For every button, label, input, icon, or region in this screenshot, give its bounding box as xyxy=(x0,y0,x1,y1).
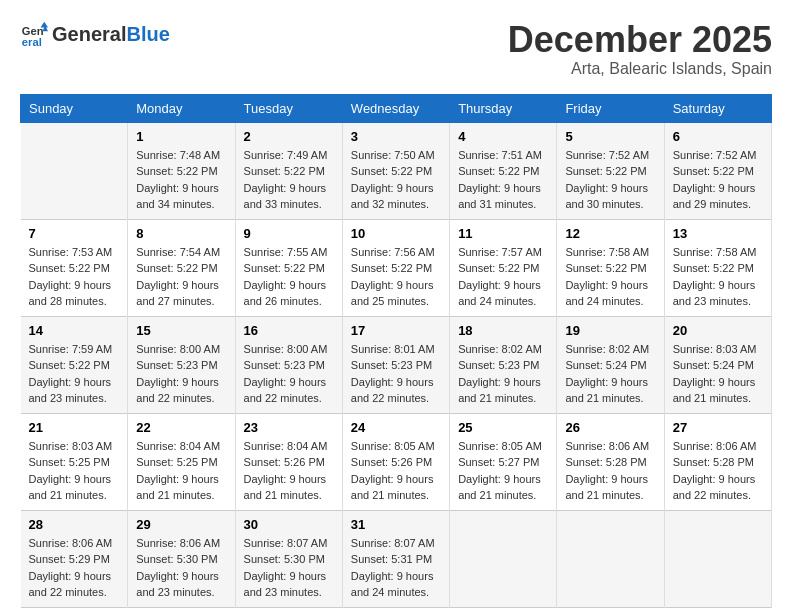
day-number: 18 xyxy=(458,323,548,338)
calendar-cell xyxy=(21,122,128,219)
calendar-cell: 6Sunrise: 7:52 AMSunset: 5:22 PMDaylight… xyxy=(664,122,771,219)
day-info: Sunrise: 7:54 AMSunset: 5:22 PMDaylight:… xyxy=(136,246,220,308)
calendar-cell xyxy=(664,510,771,607)
day-info: Sunrise: 8:06 AMSunset: 5:28 PMDaylight:… xyxy=(673,440,757,502)
calendar-cell: 30Sunrise: 8:07 AMSunset: 5:30 PMDayligh… xyxy=(235,510,342,607)
title-area: December 2025 Arta, Balearic Islands, Sp… xyxy=(508,20,772,78)
col-tuesday: Tuesday xyxy=(235,94,342,122)
col-thursday: Thursday xyxy=(450,94,557,122)
day-number: 17 xyxy=(351,323,441,338)
calendar-cell: 15Sunrise: 8:00 AMSunset: 5:23 PMDayligh… xyxy=(128,316,235,413)
day-number: 31 xyxy=(351,517,441,532)
day-number: 28 xyxy=(29,517,120,532)
calendar-cell: 4Sunrise: 7:51 AMSunset: 5:22 PMDaylight… xyxy=(450,122,557,219)
col-friday: Friday xyxy=(557,94,664,122)
calendar-cell: 1Sunrise: 7:48 AMSunset: 5:22 PMDaylight… xyxy=(128,122,235,219)
calendar-header: Sunday Monday Tuesday Wednesday Thursday… xyxy=(21,94,772,122)
day-info: Sunrise: 7:52 AMSunset: 5:22 PMDaylight:… xyxy=(565,149,649,211)
day-number: 21 xyxy=(29,420,120,435)
calendar-cell: 7Sunrise: 7:53 AMSunset: 5:22 PMDaylight… xyxy=(21,219,128,316)
calendar-cell: 20Sunrise: 8:03 AMSunset: 5:24 PMDayligh… xyxy=(664,316,771,413)
week-row-1: 1Sunrise: 7:48 AMSunset: 5:22 PMDaylight… xyxy=(21,122,772,219)
calendar-cell: 2Sunrise: 7:49 AMSunset: 5:22 PMDaylight… xyxy=(235,122,342,219)
calendar-cell: 27Sunrise: 8:06 AMSunset: 5:28 PMDayligh… xyxy=(664,413,771,510)
day-info: Sunrise: 7:58 AMSunset: 5:22 PMDaylight:… xyxy=(565,246,649,308)
day-info: Sunrise: 8:04 AMSunset: 5:25 PMDaylight:… xyxy=(136,440,220,502)
logo-text-line1: GeneralBlue xyxy=(52,23,170,45)
calendar-cell: 3Sunrise: 7:50 AMSunset: 5:22 PMDaylight… xyxy=(342,122,449,219)
calendar-cell: 14Sunrise: 7:59 AMSunset: 5:22 PMDayligh… xyxy=(21,316,128,413)
calendar-cell: 31Sunrise: 8:07 AMSunset: 5:31 PMDayligh… xyxy=(342,510,449,607)
day-number: 8 xyxy=(136,226,226,241)
calendar-cell: 11Sunrise: 7:57 AMSunset: 5:22 PMDayligh… xyxy=(450,219,557,316)
day-number: 12 xyxy=(565,226,655,241)
logo: Gen eral GeneralBlue xyxy=(20,20,170,48)
calendar-cell: 13Sunrise: 7:58 AMSunset: 5:22 PMDayligh… xyxy=(664,219,771,316)
calendar-cell xyxy=(557,510,664,607)
day-info: Sunrise: 7:56 AMSunset: 5:22 PMDaylight:… xyxy=(351,246,435,308)
calendar-cell: 22Sunrise: 8:04 AMSunset: 5:25 PMDayligh… xyxy=(128,413,235,510)
week-row-4: 21Sunrise: 8:03 AMSunset: 5:25 PMDayligh… xyxy=(21,413,772,510)
day-info: Sunrise: 8:05 AMSunset: 5:27 PMDaylight:… xyxy=(458,440,542,502)
calendar-cell: 10Sunrise: 7:56 AMSunset: 5:22 PMDayligh… xyxy=(342,219,449,316)
week-row-3: 14Sunrise: 7:59 AMSunset: 5:22 PMDayligh… xyxy=(21,316,772,413)
calendar-cell: 17Sunrise: 8:01 AMSunset: 5:23 PMDayligh… xyxy=(342,316,449,413)
logo-icon: Gen eral xyxy=(20,20,48,48)
location: Arta, Balearic Islands, Spain xyxy=(508,60,772,78)
day-number: 30 xyxy=(244,517,334,532)
day-number: 24 xyxy=(351,420,441,435)
day-number: 4 xyxy=(458,129,548,144)
day-number: 16 xyxy=(244,323,334,338)
day-info: Sunrise: 8:00 AMSunset: 5:23 PMDaylight:… xyxy=(136,343,220,405)
day-number: 15 xyxy=(136,323,226,338)
day-info: Sunrise: 8:06 AMSunset: 5:28 PMDaylight:… xyxy=(565,440,649,502)
day-info: Sunrise: 8:03 AMSunset: 5:25 PMDaylight:… xyxy=(29,440,113,502)
calendar-cell: 26Sunrise: 8:06 AMSunset: 5:28 PMDayligh… xyxy=(557,413,664,510)
svg-text:Gen: Gen xyxy=(22,25,44,37)
day-info: Sunrise: 8:04 AMSunset: 5:26 PMDaylight:… xyxy=(244,440,328,502)
calendar-cell: 9Sunrise: 7:55 AMSunset: 5:22 PMDaylight… xyxy=(235,219,342,316)
day-info: Sunrise: 7:59 AMSunset: 5:22 PMDaylight:… xyxy=(29,343,113,405)
calendar-cell: 28Sunrise: 8:06 AMSunset: 5:29 PMDayligh… xyxy=(21,510,128,607)
day-number: 19 xyxy=(565,323,655,338)
day-number: 26 xyxy=(565,420,655,435)
day-number: 10 xyxy=(351,226,441,241)
day-info: Sunrise: 8:02 AMSunset: 5:24 PMDaylight:… xyxy=(565,343,649,405)
calendar-cell: 19Sunrise: 8:02 AMSunset: 5:24 PMDayligh… xyxy=(557,316,664,413)
day-info: Sunrise: 7:51 AMSunset: 5:22 PMDaylight:… xyxy=(458,149,542,211)
calendar-cell xyxy=(450,510,557,607)
calendar-cell: 23Sunrise: 8:04 AMSunset: 5:26 PMDayligh… xyxy=(235,413,342,510)
day-number: 13 xyxy=(673,226,763,241)
calendar-table: Sunday Monday Tuesday Wednesday Thursday… xyxy=(20,94,772,608)
day-number: 20 xyxy=(673,323,763,338)
day-info: Sunrise: 8:06 AMSunset: 5:29 PMDaylight:… xyxy=(29,537,113,599)
day-info: Sunrise: 7:49 AMSunset: 5:22 PMDaylight:… xyxy=(244,149,328,211)
col-wednesday: Wednesday xyxy=(342,94,449,122)
svg-text:eral: eral xyxy=(22,36,42,48)
day-info: Sunrise: 7:58 AMSunset: 5:22 PMDaylight:… xyxy=(673,246,757,308)
day-info: Sunrise: 7:57 AMSunset: 5:22 PMDaylight:… xyxy=(458,246,542,308)
day-info: Sunrise: 8:00 AMSunset: 5:23 PMDaylight:… xyxy=(244,343,328,405)
day-info: Sunrise: 8:07 AMSunset: 5:31 PMDaylight:… xyxy=(351,537,435,599)
day-info: Sunrise: 7:48 AMSunset: 5:22 PMDaylight:… xyxy=(136,149,220,211)
calendar-cell: 29Sunrise: 8:06 AMSunset: 5:30 PMDayligh… xyxy=(128,510,235,607)
day-info: Sunrise: 8:06 AMSunset: 5:30 PMDaylight:… xyxy=(136,537,220,599)
month-title: December 2025 xyxy=(508,20,772,60)
week-row-2: 7Sunrise: 7:53 AMSunset: 5:22 PMDaylight… xyxy=(21,219,772,316)
day-number: 7 xyxy=(29,226,120,241)
day-number: 6 xyxy=(673,129,763,144)
day-number: 29 xyxy=(136,517,226,532)
calendar-body: 1Sunrise: 7:48 AMSunset: 5:22 PMDaylight… xyxy=(21,122,772,607)
calendar-cell: 21Sunrise: 8:03 AMSunset: 5:25 PMDayligh… xyxy=(21,413,128,510)
day-number: 5 xyxy=(565,129,655,144)
day-info: Sunrise: 7:55 AMSunset: 5:22 PMDaylight:… xyxy=(244,246,328,308)
day-info: Sunrise: 8:07 AMSunset: 5:30 PMDaylight:… xyxy=(244,537,328,599)
day-info: Sunrise: 8:05 AMSunset: 5:26 PMDaylight:… xyxy=(351,440,435,502)
week-row-5: 28Sunrise: 8:06 AMSunset: 5:29 PMDayligh… xyxy=(21,510,772,607)
page-header: Gen eral GeneralBlue December 2025 Arta,… xyxy=(20,20,772,78)
day-info: Sunrise: 8:03 AMSunset: 5:24 PMDaylight:… xyxy=(673,343,757,405)
day-info: Sunrise: 8:02 AMSunset: 5:23 PMDaylight:… xyxy=(458,343,542,405)
day-info: Sunrise: 7:52 AMSunset: 5:22 PMDaylight:… xyxy=(673,149,757,211)
header-row: Sunday Monday Tuesday Wednesday Thursday… xyxy=(21,94,772,122)
calendar-cell: 18Sunrise: 8:02 AMSunset: 5:23 PMDayligh… xyxy=(450,316,557,413)
